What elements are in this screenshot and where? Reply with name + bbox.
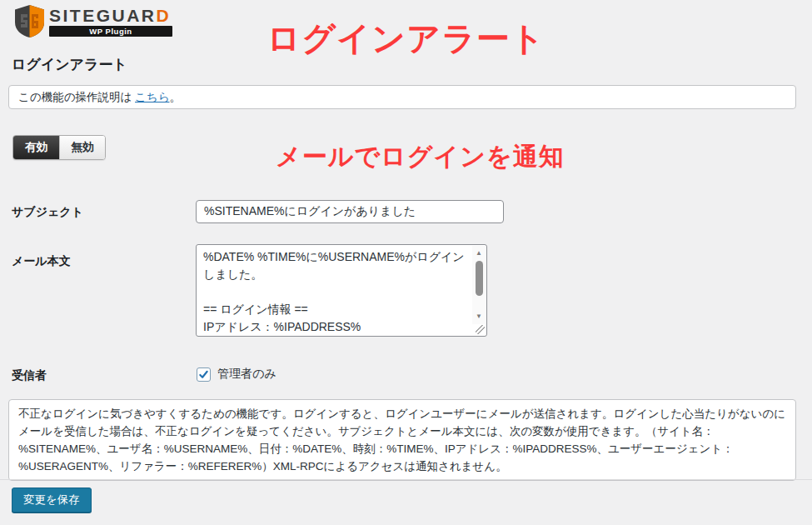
resize-grip-icon[interactable] [476, 325, 485, 334]
enable-toggle-group: 有効 無効 [12, 135, 106, 160]
mail-body-label: メール本文 [12, 254, 71, 269]
help-text: この機能の操作説明は [18, 91, 135, 103]
recipient-checkbox-row[interactable]: 管理者のみ [197, 367, 276, 382]
mail-body-value: %DATE% %TIME%に%USERNAME%がログインしました。 == ログ… [197, 245, 471, 334]
toggle-disabled-button[interactable]: 無効 [59, 136, 105, 159]
admin-only-checkbox[interactable] [197, 368, 211, 382]
siteguard-login-alert-page: SITEGUARD WP Plugin ログインアラート メールでログインを通知… [0, 0, 812, 525]
help-text-suffix: 。 [169, 91, 181, 103]
help-link[interactable]: こちら [135, 91, 169, 103]
page-title: ログインアラート [12, 55, 127, 74]
scroll-down-icon[interactable]: ▼ [472, 311, 486, 322]
check-icon [198, 369, 209, 380]
subject-label: サブジェクト [12, 205, 83, 220]
save-changes-button[interactable]: 変更を保存 [12, 488, 92, 512]
scrollbar-thumb[interactable] [476, 261, 483, 296]
feature-description-box: 不正なログインに気づきやすくするための機能です。ログインすると、ログインユーザー… [8, 399, 796, 481]
help-note-box: この機能の操作説明は こちら。 [8, 85, 796, 109]
admin-only-label: 管理者のみ [217, 367, 276, 382]
section-divider [0, 479, 812, 480]
recipient-label: 受信者 [12, 368, 47, 383]
subject-input[interactable] [196, 200, 504, 223]
mail-body-textarea[interactable]: %DATE% %TIME%に%USERNAME%がログインしました。 == ログ… [196, 244, 487, 337]
toggle-enabled-button[interactable]: 有効 [13, 136, 59, 159]
textarea-scrollbar[interactable]: ▲ ▼ [472, 246, 486, 324]
scroll-up-icon[interactable]: ▲ [472, 248, 486, 259]
annotation-subtitle: メールでログインを通知 [276, 140, 565, 174]
